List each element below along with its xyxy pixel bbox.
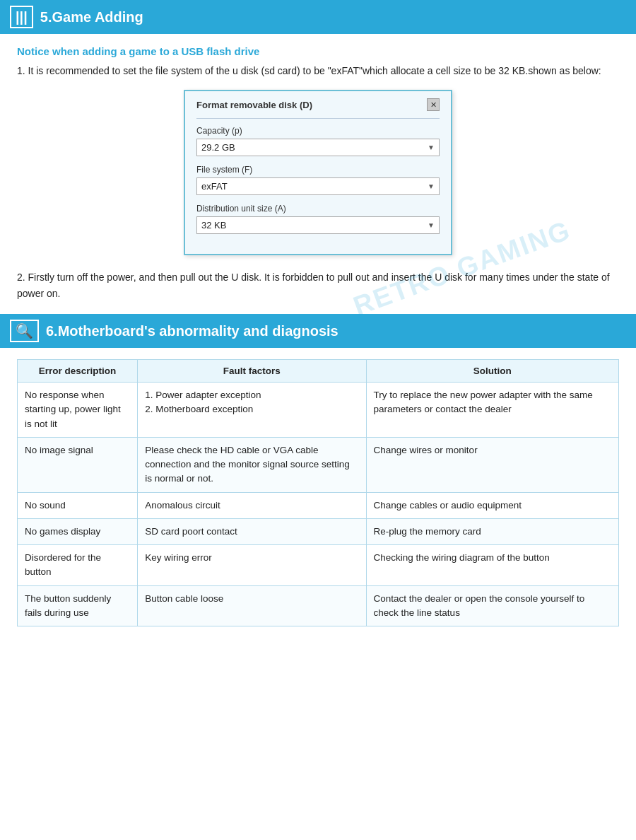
cell-solution-4: Checking the wiring diagram of the butto…: [366, 545, 618, 586]
field-capacity-select[interactable]: 29.2 GB ▼: [196, 139, 440, 156]
field-distunit-arrow: ▼: [428, 221, 435, 229]
section5-content: Notice when adding a game to a USB flash…: [0, 45, 636, 301]
dialog-close-button[interactable]: ✕: [427, 98, 440, 111]
cell-error-2: No sound: [18, 492, 138, 518]
dialog-titlebar: Format removable disk (D) ✕: [196, 98, 440, 111]
cell-error-1: No image signal: [18, 437, 138, 492]
field-distunit-label: Distribution unit size (A): [196, 204, 440, 214]
cell-solution-5: Contact the dealer or open the console y…: [366, 585, 618, 626]
cell-solution-3: Re-plug the memory card: [366, 518, 618, 544]
table-row: No response when starting up, power ligh…: [18, 383, 619, 438]
cell-fault-2: Anomalous circuit: [138, 492, 366, 518]
section6-title: 6.Motherboard's abnormality and diagnosi…: [46, 323, 338, 339]
cell-error-3: No games display: [18, 518, 138, 544]
section6-icon: 🔍: [10, 320, 39, 342]
section5-title: 5.Game Adding: [40, 9, 143, 25]
table-row: No soundAnomalous circuitChange cables o…: [18, 492, 619, 518]
cell-fault-5: Button cable loose: [138, 585, 366, 626]
field-capacity-arrow: ▼: [428, 144, 435, 151]
field-capacity-label: Capacity (p): [196, 126, 440, 136]
col-header-error: Error description: [18, 360, 138, 383]
table-header-row: Error description Fault factors Solution: [18, 360, 619, 383]
cell-solution-1: Change wires or monitor: [366, 437, 618, 492]
field-distunit-value: 32 KB: [201, 220, 226, 231]
notice-title: Notice when adding a game to a USB flash…: [17, 45, 619, 57]
field-filesystem-label: File system (F): [196, 165, 440, 175]
cell-fault-4: Key wiring error: [138, 545, 366, 586]
col-header-fault: Fault factors: [138, 360, 366, 383]
table-row: No image signalPlease check the HD cable…: [18, 437, 619, 492]
field-filesystem-arrow: ▼: [428, 182, 435, 190]
cell-fault-1: Please check the HD cable or VGA cable c…: [138, 437, 366, 492]
section5-header: ||| 5.Game Adding: [0, 0, 636, 34]
format-dialog: Format removable disk (D) ✕ Capacity (p)…: [184, 90, 452, 255]
cell-error-4: Disordered for the button: [18, 545, 138, 586]
diagnosis-table: Error description Fault factors Solution…: [17, 359, 619, 626]
paragraph2: 2. Firstly turn off the power, and then …: [17, 269, 619, 301]
paragraph1: 1. It is recommended to set the file sys…: [17, 63, 619, 78]
dialog-divider1: [196, 118, 440, 119]
field-filesystem-value: exFAT: [201, 181, 228, 192]
cell-solution-2: Change cables or audio equipment: [366, 492, 618, 518]
cell-solution-0: Try to replace the new power adapter wit…: [366, 383, 618, 438]
cell-fault-0: 1. Power adapter exception 2. Motherboar…: [138, 383, 366, 438]
section5-icon: |||: [10, 6, 33, 28]
section6-header: 🔍 6.Motherboard's abnormality and diagno…: [0, 314, 636, 348]
field-capacity-value: 29.2 GB: [201, 142, 235, 153]
table-row: No games displaySD card poort contactRe-…: [18, 518, 619, 544]
field-filesystem-select[interactable]: exFAT ▼: [196, 177, 440, 195]
cell-fault-3: SD card poort contact: [138, 518, 366, 544]
dialog-wrapper: Format removable disk (D) ✕ Capacity (p)…: [17, 90, 619, 255]
table-row: The button suddenly fails during useButt…: [18, 585, 619, 626]
dialog-title: Format removable disk (D): [196, 100, 312, 110]
cell-error-0: No response when starting up, power ligh…: [18, 383, 138, 438]
field-distunit-select[interactable]: 32 KB ▼: [196, 216, 440, 234]
col-header-solution: Solution: [366, 360, 618, 383]
table-row: Disordered for the buttonKey wiring erro…: [18, 545, 619, 586]
cell-error-5: The button suddenly fails during use: [18, 585, 138, 626]
section6-content: Error description Fault factors Solution…: [0, 359, 636, 626]
